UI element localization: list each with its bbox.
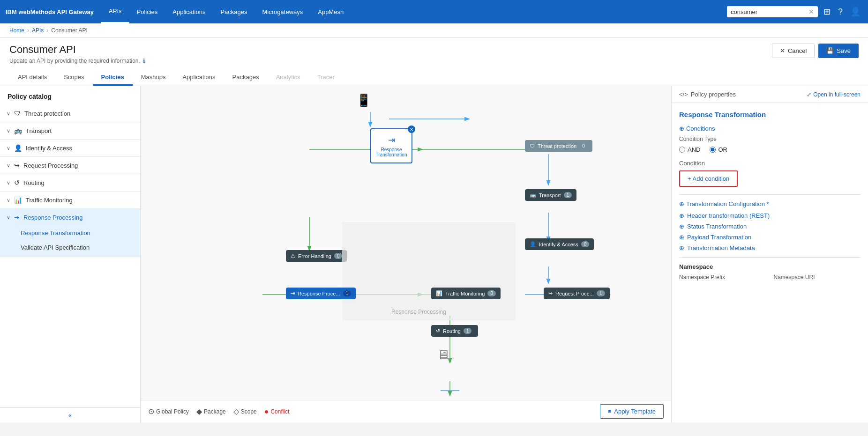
right-panel: </> Policy properties ⤢ Open in full-scr… [671,86,868,422]
conditions-section[interactable]: ⊕ Conditions [679,125,861,132]
transport-node-icon: 🚌 [530,192,536,198]
subtitle-help-icon[interactable]: ℹ [143,58,145,64]
help-icon[interactable]: ? [836,5,845,19]
transformation-metadata-item[interactable]: ⊕ Transformation Metadata [679,244,861,251]
response-transformation-node[interactable]: ✕ ⇥ ResponseTransformation [370,128,412,163]
sidebar-item-label: Threat protection [24,110,70,117]
nav-packages[interactable]: Packages [213,0,254,23]
sidebar-group-routing-header[interactable]: ∨ ↺ Routing [0,174,140,191]
user-icon[interactable]: 👤 [848,5,862,19]
tab-packages[interactable]: Packages [224,70,268,86]
sidebar-title: Policy catalog [0,86,140,105]
header-transformation-item[interactable]: ⊕ Header transformation (REST) [679,212,861,219]
policy-title: Response Transformation [679,111,861,118]
grid-icon[interactable]: ⊞ [822,5,832,19]
sidebar-group-traffic-header[interactable]: ∨ 📊 Traffic Monitoring [0,192,140,208]
add-condition-button[interactable]: + Add condition [679,170,738,187]
threat-node-label: Threat protection [538,143,576,149]
apply-template-button[interactable]: ≡ Apply Template [600,404,664,419]
package-icon: ◆ [196,407,202,416]
error-handling-node[interactable]: ⚠ Error Handling 0 [286,250,347,262]
legend-package: ◆ Package [196,407,226,416]
close-node-button[interactable]: ✕ [408,126,415,133]
identify-access-node[interactable]: 👤 Identify & Access 0 [525,238,594,250]
breadcrumb: Home › APIs › Consumer API [0,23,868,38]
sidebar-group-transport-header[interactable]: ∨ 🚌 Transport [0,122,140,139]
traffic-count-badge: 0 [487,290,496,296]
sidebar-sub-items: Response Transformation Validate API Spe… [0,226,140,257]
brand-title: IBM webMethods API Gateway [6,8,101,15]
response-icon: ⇥ [14,214,20,221]
nav-microgateways[interactable]: Microgateways [255,0,311,23]
search-input[interactable] [731,8,806,15]
breadcrumb-apis[interactable]: APIs [32,27,44,34]
namespace-title: Namespace [679,263,861,270]
search-clear-icon[interactable]: ✕ [808,8,814,15]
save-button[interactable]: 💾 Save [818,44,859,58]
response-proc-label: Response Proce... [298,291,340,296]
tab-applications[interactable]: Applications [174,70,224,86]
search-box: ✕ [727,6,818,17]
sidebar-group-threat-header[interactable]: ∨ 🛡 Threat protection [0,105,140,122]
sidebar-group-identify-header[interactable]: ∨ 👤 Identify & Access [0,140,140,156]
breadcrumb-consumer-api: Consumer API [51,27,87,34]
error-node-icon: ⚠ [291,253,295,259]
chevron-icon: ∨ [7,111,10,117]
tab-scopes[interactable]: Scopes [55,70,92,86]
payload-trans-arrow: ⊕ [679,234,684,241]
nav-policies[interactable]: Policies [129,0,165,23]
radio-or[interactable]: OR [710,146,727,153]
canvas-content[interactable]: 📱 ✕ ⇥ ResponseTransformation 🛡 Threat pr… [141,86,671,400]
error-node-label: Error Handling [298,253,331,259]
chevron-icon: ∨ [7,128,10,134]
traffic-icon: 📊 [14,196,22,204]
nav-apis[interactable]: APIs [101,0,129,23]
cancel-button[interactable]: ✕ Cancel [772,44,815,58]
tab-policies[interactable]: Policies [93,70,133,86]
right-panel-title: </> Policy properties [679,91,736,98]
sidebar-group-identify: ∨ 👤 Identify & Access [0,140,140,157]
sidebar-collapse-button[interactable]: « [0,407,140,422]
routing-node-icon: ↺ [436,328,440,334]
sidebar-item-validate-api[interactable]: Validate API Specification [0,240,140,255]
traffic-monitoring-node[interactable]: 📊 Traffic Monitoring 0 [431,288,501,299]
response-proc-count: 1 [343,290,352,296]
page-subtitle: Update an API by providing the required … [9,58,145,64]
page-title: Consumer API [9,44,145,56]
sidebar-group-response-header[interactable]: ∨ ⇥ Response Processing [0,209,140,226]
breadcrumb-home[interactable]: Home [9,27,24,34]
tab-api-details[interactable]: API details [9,70,55,86]
section-divider [679,194,861,195]
mobile-icon: 📱 [356,93,371,108]
scope-icon: ◇ [233,407,239,416]
tab-mashups[interactable]: Mashups [133,70,174,86]
right-panel-content: Response Transformation ⊕ Conditions Con… [672,103,868,422]
status-transformation-item[interactable]: ⊕ Status Transformation [679,223,861,230]
sidebar-item-label: Response Processing [23,214,82,221]
payload-transformation-item[interactable]: ⊕ Payload Transformation [679,234,861,241]
nav-applications[interactable]: Applications [165,0,213,23]
transport-node[interactable]: 🚌 Transport 1 [525,189,576,201]
sidebar-scroll: ∨ 🛡 Threat protection ∨ 🚌 Transport ∨ 👤 [0,105,140,407]
meta-trans-arrow: ⊕ [679,244,684,251]
response-proc-node[interactable]: ⇥ Response Proce... 1 [286,288,356,299]
conflict-icon: ● [264,407,269,416]
sidebar-item-response-transformation[interactable]: Response Transformation [0,226,140,240]
nav-appmesh[interactable]: AppMesh [310,0,351,23]
chevron-icon: ∨ [7,197,10,203]
page-header-left: Consumer API Update an API by providing … [9,44,145,64]
cancel-x-icon: ✕ [780,47,785,54]
radio-and[interactable]: AND [679,146,700,153]
sidebar-group-threat: ∨ 🛡 Threat protection [0,105,140,122]
sidebar-group-request-header[interactable]: ∨ ↪ Request Processing [0,157,140,174]
response-trans-label: ResponseTransformation [376,147,407,157]
routing-node[interactable]: ↺ Routing 1 [431,325,478,337]
response-processing-zone [342,222,516,320]
chevron-icon: ∨ [7,163,10,169]
nav-links: APIs Policies Applications Packages Micr… [101,0,727,23]
sidebar-item-label: Request Processing [23,162,78,169]
chevron-icon: ∨ [7,214,10,221]
threat-protection-node[interactable]: 🛡 Threat protection 0 [525,140,592,152]
open-fullscreen-button[interactable]: ⤢ Open in full-screen [807,91,861,98]
request-proc-node[interactable]: ↪ Request Proce... 1 [544,288,610,299]
